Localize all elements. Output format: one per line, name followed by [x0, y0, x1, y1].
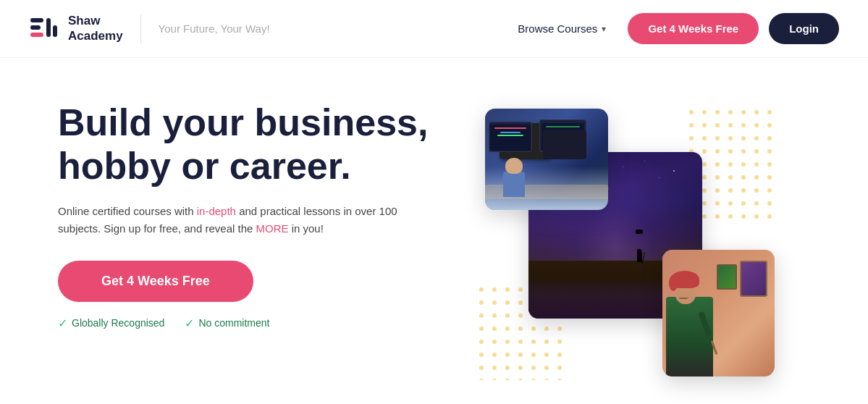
svg-point-35: [715, 162, 720, 167]
svg-point-117: [479, 379, 484, 380]
svg-point-113: [518, 366, 523, 370]
svg-point-95: [557, 327, 562, 331]
svg-point-105: [505, 353, 510, 357]
svg-point-96: [479, 340, 484, 344]
svg-point-75: [479, 300, 484, 305]
svg-point-28: [715, 149, 720, 153]
svg-point-94: [544, 327, 549, 331]
svg-point-112: [505, 366, 510, 370]
svg-point-93: [531, 327, 536, 331]
svg-point-65: [741, 214, 746, 219]
svg-point-67: [767, 214, 772, 219]
svg-point-118: [492, 379, 497, 380]
svg-point-56: [715, 201, 720, 206]
svg-point-59: [754, 201, 759, 206]
svg-point-69: [492, 287, 497, 292]
svg-point-121: [531, 379, 536, 380]
svg-point-32: [767, 149, 772, 153]
svg-rect-0: [30, 18, 43, 22]
svg-point-106: [518, 353, 523, 357]
svg-point-52: [754, 188, 759, 193]
svg-point-98: [505, 340, 510, 344]
svg-point-116: [557, 366, 562, 370]
svg-point-64: [728, 214, 733, 219]
get-4-weeks-free-button[interactable]: Get 4 Weeks Free: [628, 13, 759, 44]
svg-point-90: [492, 327, 497, 331]
svg-point-38: [754, 162, 759, 167]
tagline: Your Future, Your Way!: [159, 22, 518, 35]
svg-point-48: [702, 188, 707, 193]
svg-point-14: [715, 123, 720, 127]
svg-point-5: [689, 110, 694, 114]
svg-point-109: [557, 353, 562, 357]
svg-point-30: [741, 149, 746, 153]
svg-point-42: [715, 175, 720, 180]
hero-get-free-button[interactable]: Get 4 Weeks Free: [58, 261, 253, 302]
svg-point-60: [767, 201, 772, 206]
svg-point-92: [518, 327, 523, 331]
svg-point-103: [479, 353, 484, 357]
svg-point-111: [492, 366, 497, 370]
svg-point-100: [531, 340, 536, 344]
svg-rect-2: [30, 33, 43, 37]
svg-point-68: [479, 287, 484, 292]
svg-point-34: [702, 162, 707, 167]
svg-point-22: [728, 136, 733, 140]
svg-point-17: [754, 123, 759, 127]
svg-point-55: [702, 201, 707, 206]
svg-point-53: [767, 188, 772, 193]
svg-point-41: [702, 175, 707, 180]
svg-point-6: [702, 110, 707, 114]
main-content: Build your business, hobby or career. On…: [0, 58, 868, 404]
svg-point-108: [544, 353, 549, 357]
svg-point-84: [505, 313, 510, 318]
logo[interactable]: Shaw Academy: [29, 14, 123, 44]
svg-point-104: [492, 353, 497, 357]
svg-point-114: [531, 366, 536, 370]
svg-point-39: [767, 162, 772, 167]
hero-section: Build your business, hobby or career. On…: [58, 87, 463, 330]
svg-point-63: [715, 214, 720, 219]
svg-point-85: [518, 313, 523, 318]
laptop-image-card: [485, 109, 608, 210]
svg-point-122: [544, 379, 549, 380]
svg-point-102: [557, 340, 562, 344]
svg-point-23: [741, 136, 746, 140]
svg-rect-1: [30, 25, 41, 30]
svg-point-66: [754, 214, 759, 219]
svg-point-78: [518, 300, 523, 305]
svg-point-36: [728, 162, 733, 167]
svg-point-44: [741, 175, 746, 180]
svg-point-91: [505, 327, 510, 331]
header: Shaw Academy Your Future, Your Way! Brow…: [0, 0, 868, 58]
svg-point-18: [767, 123, 772, 127]
hero-badges: ✓ Globally Recognised ✓ No commitment: [58, 316, 463, 330]
svg-point-97: [492, 340, 497, 344]
svg-rect-4: [53, 25, 57, 37]
login-button[interactable]: Login: [769, 13, 839, 44]
svg-point-50: [728, 188, 733, 193]
svg-point-10: [754, 110, 759, 114]
svg-point-21: [715, 136, 720, 140]
svg-point-13: [702, 123, 707, 127]
svg-point-19: [689, 136, 694, 140]
svg-point-123: [557, 379, 562, 380]
svg-point-70: [505, 287, 510, 292]
svg-point-58: [741, 201, 746, 206]
svg-point-57: [728, 201, 733, 206]
svg-point-25: [767, 136, 772, 140]
svg-point-110: [479, 366, 484, 370]
svg-point-99: [518, 340, 523, 344]
svg-point-83: [492, 313, 497, 318]
check-icon: ✓: [58, 316, 67, 330]
svg-point-77: [505, 300, 510, 305]
svg-point-62: [702, 214, 707, 219]
svg-point-51: [741, 188, 746, 193]
browse-courses-nav[interactable]: Browse Courses ▾: [518, 22, 606, 35]
svg-point-12: [689, 123, 694, 127]
svg-point-37: [741, 162, 746, 167]
svg-point-27: [702, 149, 707, 153]
hero-subtitle: Online certified courses with in-depth a…: [58, 203, 405, 237]
svg-point-115: [544, 366, 549, 370]
svg-point-16: [741, 123, 746, 127]
